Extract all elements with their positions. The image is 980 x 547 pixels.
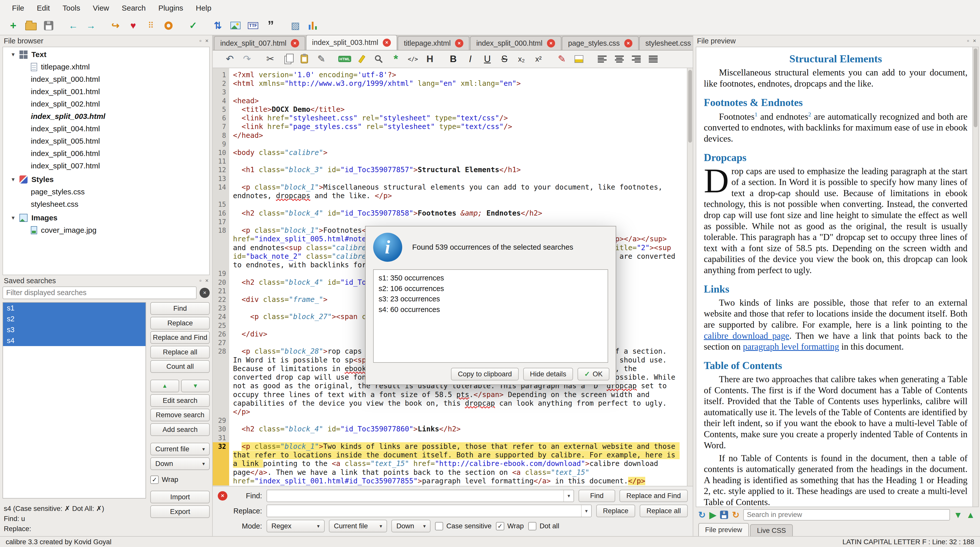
filter-saved-searches-input[interactable] [3,287,197,299]
find-history-dropdown-icon[interactable]: ▾ [563,490,573,502]
find-next-preview-icon[interactable]: ▼ [954,511,963,519]
tab-index-split-007-html[interactable]: index_split_007.html× [214,36,305,50]
tree-group-styles[interactable]: ▼Styles [3,172,209,186]
align-left-icon[interactable] [594,51,610,67]
mode-select[interactable]: Regex▾ [267,520,325,532]
search-down-button[interactable]: ▼ [181,380,210,392]
wrap-checkbox[interactable]: ✓Wrap [496,522,524,530]
saved-where-select[interactable]: Current file▾ [150,443,210,455]
copy-to-clipboard-button[interactable]: Copy to clipboard [451,368,519,381]
save-icon[interactable] [40,18,57,33]
underline-icon[interactable]: U [479,51,495,67]
file-index-split-001-html[interactable]: index_split_001.html [3,86,209,98]
footnote-ref[interactable]: 2 [808,111,811,117]
new-file-icon[interactable]: + [5,18,21,33]
open-folder-icon[interactable] [23,18,39,33]
forward-icon[interactable]: → [83,18,99,33]
tree-group-text[interactable]: ▼Text [3,47,209,61]
saved-wrap-checkbox[interactable]: ✓Wrap [150,476,210,484]
collapse-icon[interactable]: ▼ [11,52,16,57]
file-index-split-000-html[interactable]: index_split_000.html [3,73,209,86]
spellcheck-icon[interactable]: ✓ [185,18,201,33]
pattern-icon[interactable]: ⠿ [143,18,159,33]
preview-tab-live-css[interactable]: Live CSS [750,524,793,536]
saved-count-all-button[interactable]: Count all [150,360,210,373]
preview-scrollbar[interactable] [972,47,978,507]
tab-titlepage-xhtml[interactable]: titlepage.xhtml× [398,36,469,50]
file-index-split-007-html[interactable]: index_split_007.html [3,160,209,172]
find-input[interactable] [267,490,564,502]
footnote-ref[interactable]: 1 [755,111,758,117]
redo-icon[interactable]: ↷ [239,51,255,67]
bold-icon[interactable]: B [445,51,461,67]
cut-icon[interactable]: ✂ [262,51,278,67]
align-center-icon[interactable] [611,51,628,67]
saved-replace-button[interactable]: Replace [150,317,210,330]
float-panel-icon[interactable]: ▫ [967,38,969,44]
menu-edit[interactable]: Edit [31,2,56,15]
tree-group-images[interactable]: ▼Images [3,211,209,224]
ok-button[interactable]: ✓OK [578,368,609,381]
close-tab-icon[interactable]: × [455,39,463,47]
save-preview-icon[interactable] [720,511,728,519]
donate-heart-icon[interactable]: ♥ [125,18,142,33]
saved-search-s2[interactable]: s2 [3,314,146,324]
fonts-icon[interactable]: TTF [245,18,261,33]
file-cover-image-jpg[interactable]: cover_image.jpg [3,224,209,236]
tab-index-split-000-html[interactable]: index_split_000.html× [470,36,562,50]
arrange-icon[interactable]: ⇅ [210,18,226,33]
donut-icon[interactable] [161,18,177,33]
menu-plugins[interactable]: Plugins [153,2,189,15]
replace-all-button[interactable]: Replace all [640,504,688,517]
file-page-styles-css[interactable]: page_styles.css [3,186,209,198]
preview-link[interactable]: calibre download page [704,331,789,341]
refresh-preview-icon[interactable]: ↻ [698,511,706,519]
import-button[interactable]: Import [150,491,210,503]
file-stylesheet-css[interactable]: stylesheet.css [3,198,209,211]
tab-page-styles-css[interactable]: page_styles.css× [562,36,638,50]
saved-search-s4[interactable]: s4 [3,335,146,346]
find-button[interactable]: Find [579,490,615,502]
menu-help[interactable]: Help [190,2,217,15]
tab-index-split-003-html[interactable]: index_split_003.html× [306,35,397,50]
highlight-icon[interactable] [353,51,370,67]
close-panel-icon[interactable]: × [973,38,976,44]
align-justify-icon[interactable] [645,51,662,67]
clean-css-icon[interactable]: ▨ [287,18,304,33]
direction-select[interactable]: Down▾ [391,520,431,532]
replace-and-find-button[interactable]: Replace and Find [619,490,687,502]
saved-remove-search-button[interactable]: Remove search [150,409,210,421]
close-tab-icon[interactable]: × [383,39,391,47]
italic-icon[interactable]: I [462,51,479,67]
close-tab-icon[interactable]: × [624,39,632,47]
menu-file[interactable]: File [6,2,30,15]
collapse-icon[interactable]: ▼ [11,215,16,221]
replace-button[interactable]: Replace [596,504,635,517]
menu-view[interactable]: View [87,2,115,15]
close-tab-icon[interactable]: × [291,39,299,47]
editor-scrollbar-thumb[interactable] [688,70,692,143]
back-icon[interactable]: ← [65,18,81,33]
replace-history-dropdown-icon[interactable]: ▾ [581,505,591,517]
saved-direction-select[interactable]: Down▾ [150,457,210,470]
html-icon[interactable]: HTML [337,51,353,67]
code-tag-icon[interactable]: </> [405,51,421,67]
saved-add-search-button[interactable]: Add search [150,423,210,436]
heading-icon[interactable]: H [422,51,438,67]
export-button[interactable]: Export [150,505,210,518]
clear-filter-icon[interactable]: × [200,288,210,298]
align-right-icon[interactable] [628,51,644,67]
float-panel-icon[interactable]: ▫ [199,38,201,44]
menu-tools[interactable]: Tools [57,2,86,15]
reports-icon[interactable] [305,18,321,33]
copy-icon[interactable] [279,51,296,67]
where-select[interactable]: Current file▾ [329,520,387,532]
menu-search[interactable]: Search [116,2,151,15]
saved-find-button[interactable]: Find [150,302,210,315]
images-icon[interactable] [227,18,243,33]
preview-link[interactable]: paragraph level formatting [743,341,839,352]
sync-icon[interactable]: ↪ [107,18,124,33]
reload-preview-icon[interactable]: ↻ [732,511,739,519]
file-index-split-002-html[interactable]: index_split_002.html [3,98,209,110]
file-index-split-005-html[interactable]: index_split_005.html [3,135,209,147]
